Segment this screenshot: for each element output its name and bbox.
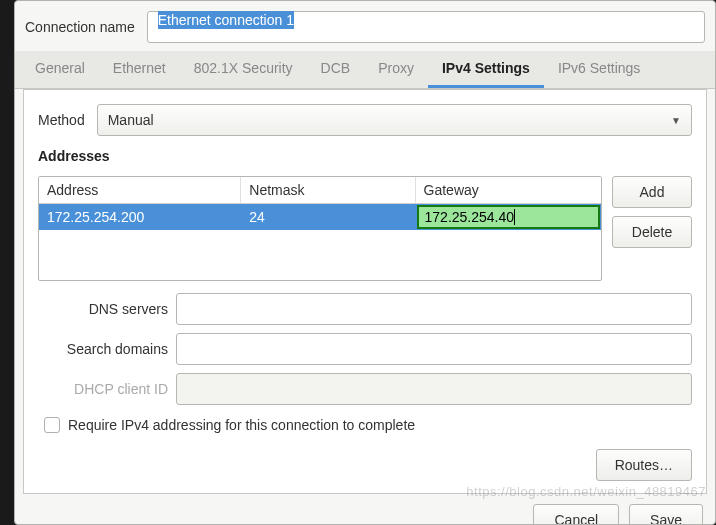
cancel-button[interactable]: Cancel — [533, 504, 619, 524]
save-button[interactable]: Save — [629, 504, 703, 524]
addresses-block: Address Netmask Gateway 172.25.254.200 2… — [38, 176, 692, 281]
extra-fields: DNS servers Search domains DHCP client I… — [38, 293, 692, 405]
tab-ipv4-settings[interactable]: IPv4 Settings — [428, 51, 544, 88]
dhcp-client-label: DHCP client ID — [38, 381, 168, 397]
method-dropdown[interactable]: Manual ▼ — [97, 104, 692, 136]
tabs: General Ethernet 802.1X Security DCB Pro… — [15, 51, 715, 89]
network-connection-editor: Connection name Ethernet connection 1 Ge… — [14, 0, 716, 525]
addresses-table[interactable]: Address Netmask Gateway 172.25.254.200 2… — [38, 176, 602, 281]
dialog-footer: Cancel Save — [15, 494, 715, 524]
col-netmask[interactable]: Netmask — [241, 177, 415, 203]
add-button[interactable]: Add — [612, 176, 692, 208]
dhcp-client-input — [176, 373, 692, 405]
search-domains-label: Search domains — [38, 341, 168, 357]
search-domains-row: Search domains — [38, 333, 692, 365]
cell-netmask[interactable]: 24 — [241, 204, 415, 230]
connection-name-row: Connection name Ethernet connection 1 — [15, 1, 715, 51]
require-ipv4-checkbox[interactable] — [44, 417, 60, 433]
routes-button[interactable]: Routes… — [596, 449, 692, 481]
addresses-title: Addresses — [38, 148, 692, 164]
connection-name-input[interactable]: Ethernet connection 1 — [147, 11, 705, 43]
table-row[interactable]: 172.25.254.200 24 172.25.254.40 — [39, 204, 601, 230]
routes-row: Routes… — [38, 445, 692, 481]
tab-general[interactable]: General — [21, 51, 99, 88]
tab-dcb[interactable]: DCB — [307, 51, 365, 88]
dhcp-client-row: DHCP client ID — [38, 373, 692, 405]
table-buttons: Add Delete — [612, 176, 692, 281]
ipv4-panel: Method Manual ▼ Addresses Address Netmas… — [23, 89, 707, 494]
dns-row: DNS servers — [38, 293, 692, 325]
tab-ipv6-settings[interactable]: IPv6 Settings — [544, 51, 655, 88]
table-header: Address Netmask Gateway — [39, 177, 601, 204]
require-ipv4-label: Require IPv4 addressing for this connect… — [68, 417, 415, 433]
cell-gateway-editing[interactable]: 172.25.254.40 — [417, 205, 600, 229]
delete-button[interactable]: Delete — [612, 216, 692, 248]
dns-label: DNS servers — [38, 301, 168, 317]
method-label: Method — [38, 112, 85, 128]
tab-proxy[interactable]: Proxy — [364, 51, 428, 88]
cell-address[interactable]: 172.25.254.200 — [39, 204, 241, 230]
chevron-down-icon: ▼ — [671, 115, 681, 126]
col-gateway[interactable]: Gateway — [416, 177, 601, 203]
search-domains-input[interactable] — [176, 333, 692, 365]
require-ipv4-row: Require IPv4 addressing for this connect… — [38, 417, 692, 433]
method-row: Method Manual ▼ — [38, 104, 692, 136]
method-value: Manual — [108, 112, 154, 128]
connection-name-label: Connection name — [25, 19, 135, 35]
col-address[interactable]: Address — [39, 177, 241, 203]
tab-ethernet[interactable]: Ethernet — [99, 51, 180, 88]
dns-input[interactable] — [176, 293, 692, 325]
tab-8021x-security[interactable]: 802.1X Security — [180, 51, 307, 88]
